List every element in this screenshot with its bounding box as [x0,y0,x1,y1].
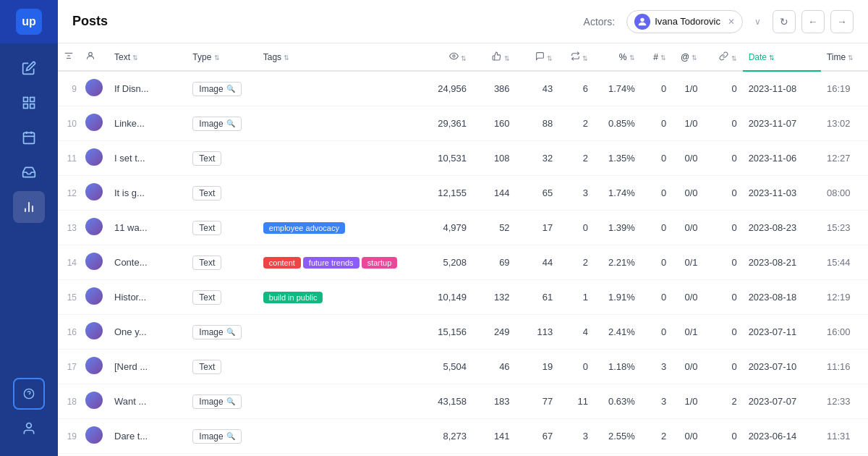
th-likes[interactable]: ⇅ [472,43,516,71]
th-text[interactable]: Text ⇅ [109,43,187,71]
svg-point-19 [453,54,455,56]
th-hash[interactable]: # ⇅ [641,43,672,71]
row-date: 2023-11-06 [743,141,821,176]
sidebar: up [0,0,58,456]
row-comments: 170 [516,454,559,457]
row-text[interactable]: Histor... [109,280,187,315]
row-reposts: 3 [558,176,594,211]
table-row[interactable]: 19 Dare t... Image 🔍 8,273 141 67 3 2.55… [58,419,868,454]
actor-remove-button[interactable]: ✕ [728,17,735,27]
sidebar-item-grid[interactable] [13,87,45,119]
sidebar-item-inbox[interactable] [13,156,45,188]
type-badge: Text [192,221,221,235]
row-text[interactable]: Data ... [109,454,187,457]
row-text[interactable]: Linke... [109,106,187,141]
sidebar-item-user[interactable] [13,413,45,444]
row-text[interactable]: Conte... [109,245,187,280]
row-text[interactable]: [Nerd ... [109,350,187,384]
row-type: Text [187,454,257,457]
forward-button[interactable]: → [830,10,854,33]
th-time[interactable]: Time ⇅ [821,43,868,71]
row-at: 0/1 [672,315,703,350]
avatar [85,218,103,235]
type-badge: Text [192,360,221,374]
row-num: 15 [58,280,80,315]
row-actor [80,176,109,211]
row-reposts: 0 [558,350,594,384]
row-text[interactable]: If Disn... [109,71,187,106]
row-text[interactable]: Dare t... [109,419,187,454]
avatar [85,392,103,409]
th-filter[interactable] [58,43,80,71]
table-row[interactable]: 18 Want ... Image 🔍 43,158 183 77 11 0.6… [58,384,868,419]
row-text[interactable]: Want ... [109,384,187,419]
row-pct: 2.21% [594,245,641,280]
row-num: 11 [58,141,80,176]
table-row[interactable]: 11 I set t... Text 10,531 108 32 2 1.35%… [58,141,868,176]
th-pct[interactable]: % ⇅ [594,43,641,71]
row-actor [80,280,109,315]
row-pct: 0.96% [594,454,641,457]
sidebar-item-edit[interactable] [13,52,45,84]
th-type[interactable]: Type ⇅ [187,43,257,71]
row-time: 13:02 [821,106,868,141]
tag-badge[interactable]: future trends [303,257,359,269]
row-pct: 1.18% [594,350,641,384]
tag-badge[interactable]: startup [362,257,398,269]
actor-chevron-icon[interactable]: ∨ [754,17,761,27]
table-row[interactable]: 9 If Disn... Image 🔍 24,956 386 43 6 1.7… [58,71,868,106]
th-at[interactable]: @ ⇅ [672,43,703,71]
table-row[interactable]: 17 [Nerd ... Text 5,504 46 19 0 1.18% 3 … [58,350,868,384]
row-hash: 2 [641,419,672,454]
row-views: 43,158 [417,384,472,419]
row-text[interactable]: It is g... [109,176,187,211]
sidebar-item-chart[interactable] [13,191,45,223]
avatar [85,148,103,166]
row-text[interactable]: 11 wa... [109,211,187,245]
row-likes: 46 [472,350,516,384]
row-views: 5,504 [417,350,472,384]
table-row[interactable]: 14 Conte... Text contentfuture trendssta… [58,245,868,280]
th-tags[interactable]: Tags ⇅ [258,43,417,71]
table-row[interactable]: 15 Histor... Text build in public 10,149… [58,280,868,315]
row-likes: 108 [472,141,516,176]
type-badge: Image 🔍 [192,394,241,409]
row-type: Image 🔍 [187,71,257,106]
back-button[interactable]: ← [801,10,825,33]
th-comments[interactable]: ⇅ [516,43,559,71]
actor-name: Ivana Todorovic [655,16,720,27]
tag-badge[interactable]: content [263,257,301,269]
row-reposts: 0 [558,211,594,245]
row-text[interactable]: I set t... [109,141,187,176]
row-text[interactable]: One y... [109,315,187,350]
table-row[interactable]: 16 One y... Image 🔍 15,156 249 113 4 2.4… [58,315,868,350]
sidebar-item-help[interactable] [13,378,45,410]
row-comments: 44 [516,245,559,280]
posts-table-container[interactable]: Text ⇅ Type ⇅ Tags ⇅ ⇅ ⇅ ⇅ [58,43,868,456]
actor-chip[interactable]: Ivana Todorovic ✕ [626,10,743,33]
row-at: 1/0 [672,384,703,419]
row-time: 11:31 [821,419,868,454]
row-reposts: 3 [558,419,594,454]
table-row[interactable]: 10 Linke... Image 🔍 29,361 160 88 2 0.85… [58,106,868,141]
table-row[interactable]: 13 11 wa... Text employee advocacy 4,979… [58,211,868,245]
th-date[interactable]: Date ⇅ [743,43,821,71]
refresh-button[interactable]: ↻ [773,10,796,33]
sidebar-item-calendar[interactable] [13,122,45,153]
svg-rect-0 [24,98,28,102]
type-badge: Text [192,151,221,166]
row-tags: employee advocacy [258,211,417,245]
th-reposts[interactable]: ⇅ [558,43,594,71]
row-type: Image 🔍 [187,106,257,141]
row-tags [258,176,417,211]
row-time: 08:00 [821,176,868,211]
tag-badge[interactable]: build in public [263,292,323,303]
row-type: Image 🔍 [187,315,257,350]
table-row[interactable]: 12 It is g... Text 12,155 144 65 3 1.74%… [58,176,868,211]
row-time: 16:00 [821,315,868,350]
sidebar-nav [13,43,45,378]
table-row[interactable]: 20 Data ... Text 53,964 338 170 8 0.96% … [58,454,868,457]
th-link[interactable]: ⇅ [703,43,742,71]
th-views[interactable]: ⇅ [417,43,472,71]
tag-badge[interactable]: employee advocacy [263,222,345,234]
